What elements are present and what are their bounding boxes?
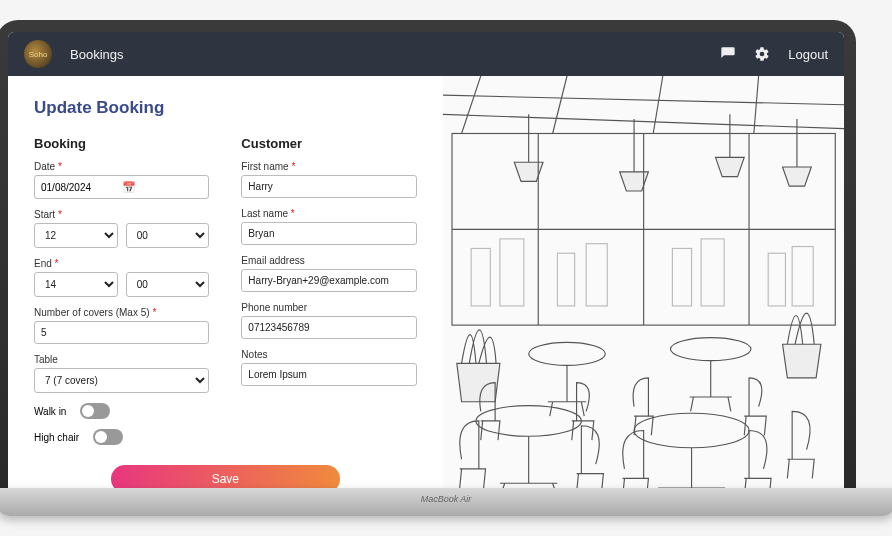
label-walkin: Walk in: [34, 406, 66, 417]
label-email: Email address: [241, 255, 416, 266]
settings-icon[interactable]: [754, 46, 770, 62]
page-title: Update Booking: [34, 98, 417, 118]
label-firstname: First name *: [241, 161, 416, 172]
chat-icon[interactable]: [720, 46, 736, 62]
label-lastname: Last name *: [241, 208, 416, 219]
form-panel: Update Booking Booking Date * 01/08/2024…: [8, 76, 443, 488]
section-booking: Booking: [34, 136, 209, 151]
phone-input[interactable]: [241, 316, 416, 339]
save-button[interactable]: Save: [111, 465, 341, 488]
highchair-toggle[interactable]: [93, 429, 123, 445]
label-notes: Notes: [241, 349, 416, 360]
label-highchair: High chair: [34, 432, 79, 443]
label-start: Start *: [34, 209, 209, 220]
start-hour-select[interactable]: 12: [34, 223, 118, 248]
label-end: End *: [34, 258, 209, 269]
calendar-icon: 📅: [122, 181, 203, 194]
email-input[interactable]: [241, 269, 416, 292]
end-hour-select[interactable]: 14: [34, 272, 118, 297]
brand-logo[interactable]: Soho: [24, 40, 52, 68]
label-table: Table: [34, 354, 209, 365]
label-phone: Phone number: [241, 302, 416, 313]
section-customer: Customer: [241, 136, 416, 151]
date-input[interactable]: 01/08/2024 📅: [34, 175, 209, 199]
top-nav: Soho Bookings Logout: [8, 32, 844, 76]
label-covers: Number of covers (Max 5) *: [34, 307, 209, 318]
notes-input[interactable]: [241, 363, 416, 386]
end-min-select[interactable]: 00: [126, 272, 210, 297]
label-date: Date *: [34, 161, 209, 172]
lastname-input[interactable]: [241, 222, 416, 245]
covers-input[interactable]: [34, 321, 209, 344]
logout-link[interactable]: Logout: [788, 47, 828, 62]
start-min-select[interactable]: 00: [126, 223, 210, 248]
table-select[interactable]: 7 (7 covers): [34, 368, 209, 393]
walkin-toggle[interactable]: [80, 403, 110, 419]
firstname-input[interactable]: [241, 175, 416, 198]
restaurant-illustration: [443, 76, 844, 488]
nav-bookings[interactable]: Bookings: [70, 47, 123, 62]
